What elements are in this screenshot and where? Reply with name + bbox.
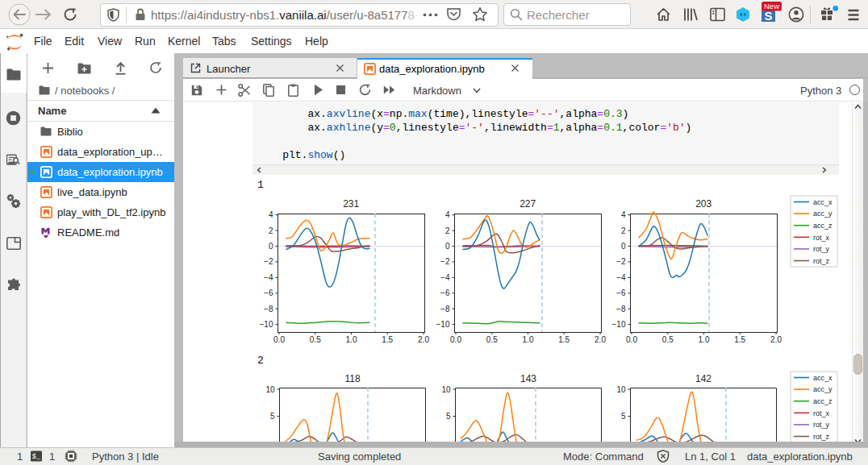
svg-text:−8: −8 [264, 305, 273, 313]
svg-text:227: 227 [520, 198, 536, 210]
svg-text:−6: −6 [616, 289, 626, 297]
svg-text:2.0: 2.0 [770, 335, 782, 344]
svg-text:2: 2 [269, 226, 273, 235]
svg-text:10: 10 [441, 385, 451, 394]
svg-text:rot_x: rot_x [813, 409, 830, 417]
svg-text:5: 5 [621, 412, 626, 421]
svg-text:2.0: 2.0 [595, 335, 606, 344]
svg-text:0.5: 0.5 [662, 335, 674, 344]
svg-text:0.5: 0.5 [310, 335, 321, 344]
svg-text:$_: $_ [32, 453, 41, 461]
svg-text:rot_y: rot_y [813, 245, 830, 253]
svg-text:0.5: 0.5 [486, 335, 498, 344]
svg-text:0.0: 0.0 [273, 335, 285, 344]
svg-text:10: 10 [265, 385, 275, 394]
svg-text:−2: −2 [616, 257, 626, 266]
svg-text:−6: −6 [264, 289, 273, 297]
svg-text:2: 2 [445, 226, 450, 235]
svg-text:4: 4 [621, 210, 626, 219]
svg-text:rot_y: rot_y [813, 421, 830, 429]
svg-text:acc_y: acc_y [813, 210, 833, 218]
svg-text:5: 5 [270, 412, 275, 421]
svg-text:0: 0 [621, 242, 626, 251]
svg-text:acc_z: acc_z [813, 222, 833, 230]
svg-text:rot_z: rot_z [813, 433, 830, 441]
svg-text:142: 142 [695, 373, 712, 384]
svg-text:acc_x: acc_x [813, 198, 833, 206]
svg-text:−4: −4 [440, 273, 450, 282]
svg-text:2: 2 [621, 226, 626, 235]
svg-text:acc_z: acc_z [813, 397, 833, 405]
svg-text:−2: −2 [440, 257, 450, 266]
svg-text:−8: −8 [616, 305, 626, 313]
svg-text:2.0: 2.0 [418, 335, 429, 344]
svg-text:0.0: 0.0 [626, 335, 637, 344]
svg-text:4: 4 [269, 210, 273, 219]
svg-text:−4: −4 [616, 273, 626, 282]
svg-text:1.5: 1.5 [382, 335, 393, 344]
svg-text:1.5: 1.5 [558, 335, 570, 344]
svg-text:0: 0 [445, 242, 450, 251]
svg-text:−4: −4 [264, 273, 273, 282]
svg-text:0: 0 [269, 242, 273, 251]
svg-text:−10: −10 [612, 320, 626, 329]
svg-text:−6: −6 [440, 289, 450, 297]
svg-text:1.0: 1.0 [523, 335, 534, 344]
svg-text:5: 5 [446, 412, 451, 421]
svg-text:143: 143 [520, 373, 536, 384]
svg-text:1.0: 1.0 [699, 335, 710, 344]
svg-text:−2: −2 [264, 257, 273, 266]
svg-text:118: 118 [344, 373, 360, 384]
svg-text:−10: −10 [436, 320, 450, 329]
svg-text:203: 203 [695, 198, 712, 210]
svg-text:0.0: 0.0 [450, 335, 461, 344]
svg-text:4: 4 [445, 210, 450, 219]
svg-text:1.5: 1.5 [734, 335, 745, 344]
svg-text:231: 231 [343, 198, 359, 210]
svg-text:−8: −8 [440, 305, 450, 313]
svg-text:rot_z: rot_z [813, 257, 830, 265]
svg-text:New: New [764, 2, 779, 10]
svg-text:−10: −10 [260, 320, 273, 329]
svg-text:rot_x: rot_x [813, 234, 830, 242]
svg-text:10: 10 [616, 385, 626, 394]
svg-text:1.0: 1.0 [346, 335, 357, 344]
svg-text:acc_x: acc_x [813, 374, 833, 382]
svg-text:acc_y: acc_y [813, 385, 833, 393]
